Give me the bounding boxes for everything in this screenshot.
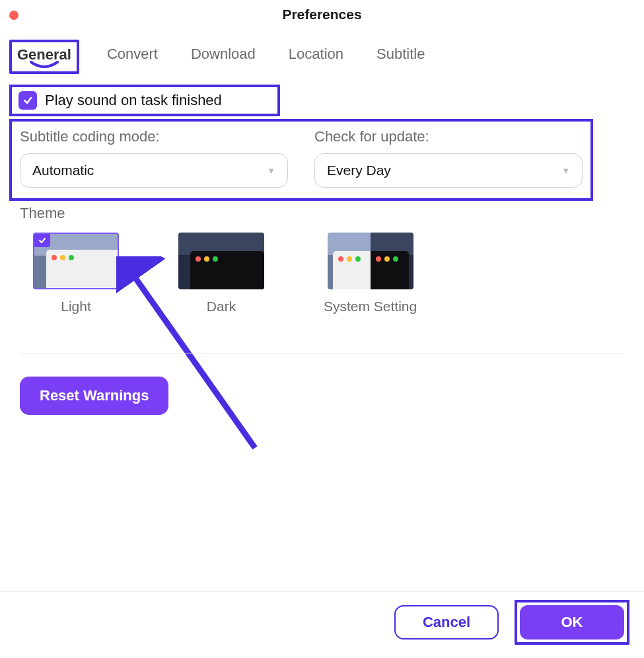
theme-option-dark[interactable]: Dark <box>178 233 264 314</box>
check-update-col: Check for update: Every Day ▼ <box>314 128 583 188</box>
footer-divider <box>0 591 644 592</box>
play-sound-row: Play sound on task finished <box>9 85 280 116</box>
theme-options: Light Dark System Setting <box>33 233 417 314</box>
subtitle-mode-label: Subtitle coding mode: <box>20 128 288 145</box>
tab-label: Convert <box>107 46 158 62</box>
subtitle-mode-col: Subtitle coding mode: Automatic ▼ <box>20 128 288 188</box>
tab-label: Download <box>191 46 256 62</box>
dropdown-value: Every Day <box>327 163 391 178</box>
footer-buttons: Cancel OK <box>394 600 629 645</box>
ok-button[interactable]: OK <box>520 605 624 640</box>
check-update-dropdown[interactable]: Every Day ▼ <box>314 153 583 188</box>
theme-option-light[interactable]: Light <box>33 233 119 314</box>
tab-subtitle[interactable]: Subtitle <box>371 40 430 73</box>
play-sound-checkbox[interactable] <box>18 91 37 110</box>
checkmark-icon <box>22 95 33 106</box>
chevron-down-icon: ▼ <box>267 166 275 176</box>
reset-warnings-button[interactable]: Reset Warnings <box>20 377 168 415</box>
tabs-bar: General Convert Download Location Subtit… <box>9 40 430 74</box>
cancel-button[interactable]: Cancel <box>394 605 499 640</box>
tab-label: Subtitle <box>376 46 425 62</box>
theme-caption: Light <box>61 299 91 314</box>
section-divider <box>20 353 624 353</box>
theme-thumb-dark <box>178 233 264 289</box>
subtitle-mode-dropdown[interactable]: Automatic ▼ <box>20 153 288 188</box>
tab-location[interactable]: Location <box>283 40 349 73</box>
theme-thumb-light <box>33 233 119 289</box>
theme-section-label: Theme <box>20 205 65 222</box>
theme-thumb-system <box>328 233 413 289</box>
theme-caption: System Setting <box>324 299 417 314</box>
tab-label: Location <box>289 46 343 62</box>
dropdown-section: Subtitle coding mode: Automatic ▼ Check … <box>9 119 593 201</box>
check-update-label: Check for update: <box>314 128 583 145</box>
tab-download[interactable]: Download <box>186 40 261 73</box>
active-tab-indicator-icon <box>12 61 77 69</box>
tab-convert[interactable]: Convert <box>102 40 163 73</box>
dropdown-value: Automatic <box>32 163 94 178</box>
play-sound-label: Play sound on task finished <box>45 92 222 109</box>
theme-caption: Dark <box>207 299 236 314</box>
selected-check-icon <box>34 234 50 247</box>
chevron-down-icon: ▼ <box>561 166 570 176</box>
window-title: Preferences <box>0 7 644 22</box>
tab-general[interactable]: General <box>9 40 79 74</box>
ok-button-highlight: OK <box>515 600 629 645</box>
theme-option-system[interactable]: System Setting <box>324 233 417 314</box>
